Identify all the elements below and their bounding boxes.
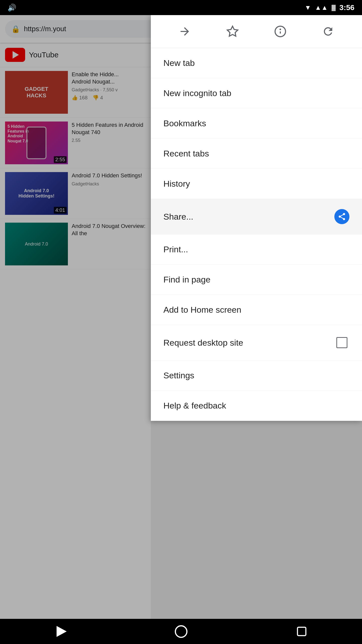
menu-item-help-feedback[interactable]: Help & feedback	[151, 391, 362, 421]
info-icon[interactable]	[272, 23, 289, 40]
menu-item-share[interactable]: Share...	[151, 199, 362, 234]
forward-icon[interactable]	[176, 23, 194, 40]
share-icon	[334, 209, 349, 224]
request-desktop-checkbox[interactable]	[334, 335, 349, 350]
menu-item-new-tab[interactable]: New tab	[151, 48, 362, 78]
menu-item-find-in-page[interactable]: Find in page	[151, 265, 362, 295]
battery-icon: ▓	[332, 4, 336, 11]
time-display: 3:56	[339, 3, 354, 12]
bottom-navigation	[0, 619, 362, 644]
refresh-icon[interactable]	[319, 23, 337, 40]
menu-item-history[interactable]: History	[151, 169, 362, 199]
menu-item-new-incognito-tab[interactable]: New incognito tab	[151, 78, 362, 108]
recents-button[interactable]	[294, 624, 309, 639]
svg-marker-0	[227, 26, 238, 36]
back-button[interactable]	[53, 624, 68, 639]
menu-item-settings[interactable]: Settings	[151, 360, 362, 391]
wifi-icon: ▼	[305, 4, 311, 12]
status-bar-right: ▼ ▲▲ ▓ 3:56	[305, 3, 354, 12]
svg-point-5	[175, 626, 187, 637]
dropdown-menu: New tab New incognito tab Bookmarks Rece…	[151, 15, 362, 421]
menu-item-request-desktop[interactable]: Request desktop site	[151, 325, 362, 360]
svg-rect-6	[297, 627, 306, 635]
svg-marker-4	[57, 627, 66, 636]
star-icon[interactable]	[224, 23, 241, 40]
home-button[interactable]	[173, 624, 189, 639]
menu-item-bookmarks[interactable]: Bookmarks	[151, 108, 362, 139]
status-bar-left: 🔊	[8, 4, 16, 12]
menu-item-print[interactable]: Print...	[151, 234, 362, 265]
menu-item-recent-tabs[interactable]: Recent tabs	[151, 139, 362, 169]
menu-top-bar	[151, 15, 362, 48]
status-bar: 🔊 ▼ ▲▲ ▓ 3:56	[0, 0, 362, 15]
menu-item-add-to-home[interactable]: Add to Home screen	[151, 295, 362, 325]
volume-icon: 🔊	[8, 4, 16, 12]
signal-icon: ▲▲	[315, 4, 328, 12]
